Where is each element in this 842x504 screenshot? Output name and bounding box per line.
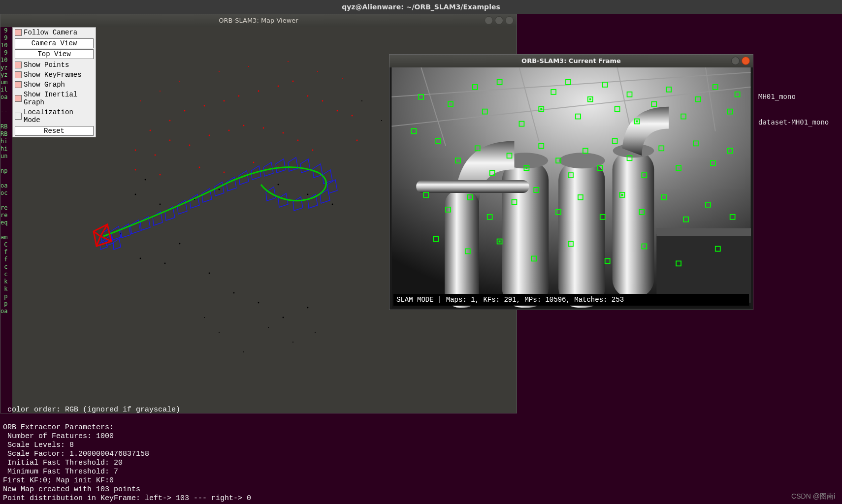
- checkbox-icon[interactable]: [15, 29, 22, 36]
- map-viewer-titlebar[interactable]: ORB-SLAM3: Map Viewer: [0, 14, 517, 27]
- svg-point-61: [224, 172, 225, 173]
- svg-point-49: [155, 155, 156, 156]
- show-points-toggle[interactable]: Show Points: [13, 60, 96, 70]
- svg-rect-74: [656, 228, 751, 236]
- svg-point-7: [283, 317, 284, 318]
- svg-point-8: [307, 307, 309, 309]
- svg-point-31: [238, 95, 240, 97]
- svg-point-60: [199, 167, 200, 168]
- show-graph-label: Show Graph: [24, 81, 65, 89]
- svg-point-25: [361, 100, 362, 101]
- term-l10: Point distribution in KeyFrame: left-> 1…: [3, 494, 251, 503]
- current-frame-titlebar[interactable]: ORB-SLAM3: Current Frame: [389, 55, 753, 67]
- svg-rect-151: [636, 121, 638, 123]
- svg-point-47: [312, 150, 314, 151]
- svg-point-62: [253, 162, 255, 163]
- svg-point-64: [160, 174, 161, 176]
- bg-text-1: MH01_mono: [758, 93, 796, 100]
- terminal-output: color order: RGB (ignored if grayscale) …: [0, 404, 842, 504]
- svg-point-18: [268, 327, 269, 328]
- map-viewer-controls: Follow Camera Camera View Top View Show …: [12, 27, 96, 137]
- svg-point-30: [224, 100, 225, 102]
- term-l9: New Map created with 103 points: [3, 485, 140, 494]
- svg-point-38: [352, 115, 353, 117]
- checkbox-icon[interactable]: [15, 95, 22, 102]
- svg-point-57: [288, 61, 289, 62]
- terminal-gutter: 9 9 10 9 10 yz yz um il oa -- RB RB hi h…: [0, 27, 12, 413]
- term-l2: ORB Extractor Parameters:: [3, 423, 118, 432]
- svg-point-27: [169, 120, 171, 122]
- svg-point-22: [243, 351, 244, 352]
- svg-point-65: [135, 169, 136, 171]
- checkbox-icon[interactable]: [15, 81, 22, 88]
- svg-point-1: [145, 179, 146, 181]
- term-l7: Minimum Fast Threshold: 7: [3, 468, 118, 476]
- map-viewer-title: ORB-SLAM3: Map Viewer: [219, 17, 298, 24]
- svg-point-46: [297, 140, 299, 141]
- svg-point-50: [150, 130, 151, 131]
- term-l5: Scale Factor: 1.2000000476837158: [3, 450, 149, 458]
- svg-rect-81: [445, 190, 479, 308]
- svg-point-15: [278, 184, 279, 186]
- slam-status-text: SLAM MODE | Maps: 1, KFs: 291, MPs: 1059…: [396, 296, 624, 304]
- svg-point-40: [189, 145, 191, 146]
- top-view-button[interactable]: Top View: [15, 49, 94, 59]
- svg-point-5: [233, 292, 235, 294]
- reset-button[interactable]: Reset: [15, 126, 94, 136]
- svg-point-44: [263, 127, 264, 129]
- svg-rect-73: [656, 234, 751, 303]
- svg-point-19: [292, 342, 293, 343]
- svg-point-58: [317, 71, 318, 72]
- show-points-label: Show Points: [24, 61, 69, 69]
- follow-camera-label: Follow Camera: [24, 29, 77, 36]
- svg-rect-152: [525, 167, 527, 169]
- show-keyframes-toggle[interactable]: Show KeyFrames: [13, 70, 96, 80]
- svg-point-24: [381, 120, 382, 121]
- svg-rect-77: [558, 160, 605, 308]
- svg-point-48: [135, 150, 136, 151]
- svg-point-23: [204, 317, 205, 318]
- camera-view-button[interactable]: Camera View: [15, 38, 94, 48]
- show-inertial-graph-toggle[interactable]: Show Inertial Graph: [13, 90, 96, 107]
- svg-point-59: [342, 78, 343, 79]
- current-frame-image: SLAM MODE | Maps: 1, KFs: 291, MPs: 1059…: [391, 67, 751, 308]
- svg-point-52: [140, 100, 141, 101]
- svg-point-6: [258, 302, 259, 304]
- term-l3: Number of Features: 1000: [3, 432, 114, 441]
- svg-point-29: [204, 105, 205, 107]
- svg-point-0: [135, 194, 136, 195]
- svg-point-10: [140, 258, 141, 259]
- svg-point-32: [258, 91, 259, 92]
- term-l6: Initial Fast Threshold: 20: [3, 459, 123, 467]
- svg-rect-82: [416, 180, 529, 193]
- current-frame-window: ORB-SLAM3: Current Frame: [389, 54, 753, 310]
- svg-rect-154: [499, 241, 501, 243]
- checkbox-icon[interactable]: [15, 113, 22, 120]
- svg-point-39: [169, 140, 171, 141]
- minimize-icon[interactable]: [485, 16, 493, 25]
- svg-point-43: [243, 125, 245, 126]
- svg-point-56: [248, 66, 249, 67]
- show-graph-toggle[interactable]: Show Graph: [13, 80, 96, 90]
- svg-point-45: [283, 132, 284, 134]
- svg-point-21: [219, 332, 220, 333]
- localization-mode-toggle[interactable]: Localization Mode: [13, 107, 96, 125]
- term-l4: Scale Levels: 8: [3, 441, 74, 449]
- svg-point-2: [160, 204, 161, 205]
- svg-point-37: [337, 110, 338, 112]
- term-l8: First KF:0; Map init KF:0: [3, 476, 114, 485]
- show-inertial-graph-label: Show Inertial Graph: [24, 91, 94, 106]
- follow-camera-toggle[interactable]: Follow Camera: [13, 28, 96, 37]
- close-icon[interactable]: [742, 57, 750, 65]
- svg-rect-149: [540, 108, 542, 110]
- checkbox-icon[interactable]: [15, 71, 22, 78]
- bg-text-2: dataset-MH01_mono: [758, 118, 829, 126]
- svg-point-28: [184, 110, 186, 112]
- checkbox-icon[interactable]: [15, 62, 22, 68]
- close-icon[interactable]: [505, 16, 514, 25]
- svg-point-41: [209, 135, 210, 136]
- maximize-icon[interactable]: [495, 16, 503, 25]
- svg-point-35: [307, 95, 309, 97]
- minimize-icon[interactable]: [731, 57, 740, 65]
- svg-point-36: [322, 100, 324, 102]
